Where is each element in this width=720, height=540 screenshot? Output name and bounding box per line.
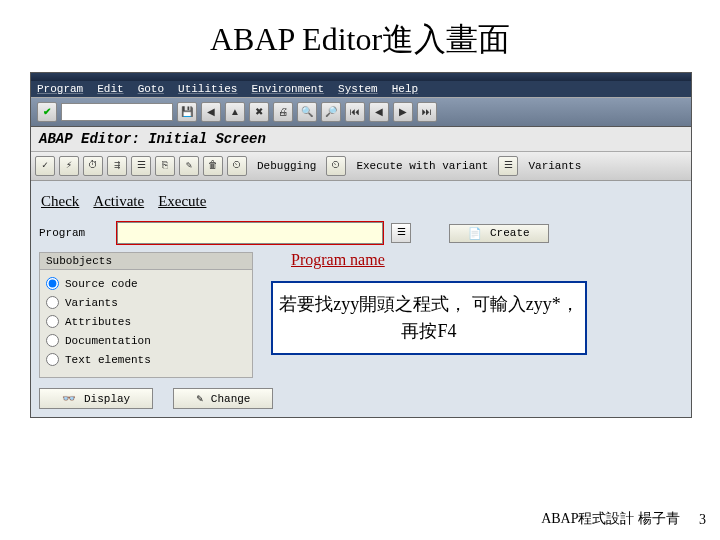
exec-variant-label[interactable]: Execute with variant	[350, 160, 494, 172]
exit-icon[interactable]: ▲	[225, 102, 245, 122]
radio-source-label: Source code	[65, 278, 138, 290]
copy-icon[interactable]: ⎘	[155, 156, 175, 176]
findnext-icon[interactable]: 🔎	[321, 102, 341, 122]
display-label: Display	[84, 393, 130, 405]
debug-icon[interactable]: ⏲	[227, 156, 247, 176]
menu-system[interactable]: System	[338, 83, 378, 95]
glasses-icon: 👓	[62, 392, 76, 405]
check-icon[interactable]: ✓	[35, 156, 55, 176]
radio-documentation[interactable]: Documentation	[46, 331, 246, 350]
screen-title: ABAP Editor: Initial Screen	[31, 127, 691, 152]
find-icon[interactable]: 🔍	[297, 102, 317, 122]
firstpage-icon[interactable]: ⏮	[345, 102, 365, 122]
sap-window: Program Edit Goto Utilities Environment …	[30, 72, 692, 418]
prevpage-icon[interactable]: ◀	[369, 102, 389, 122]
radio-text[interactable]: Text elements	[46, 350, 246, 369]
radio-documentation-input[interactable]	[46, 334, 59, 347]
annot-program-name: Program name	[291, 251, 385, 269]
back-icon[interactable]: ◀	[201, 102, 221, 122]
menu-edit[interactable]: Edit	[97, 83, 123, 95]
menu-program[interactable]: Program	[37, 83, 83, 95]
where-used-icon[interactable]: ⇶	[107, 156, 127, 176]
rename-icon[interactable]: ✎	[179, 156, 199, 176]
cancel-icon[interactable]: ✖	[249, 102, 269, 122]
radio-text-input[interactable]	[46, 353, 59, 366]
annot-activate: Activate	[93, 193, 144, 210]
radio-source-input[interactable]	[46, 277, 59, 290]
radio-attributes-input[interactable]	[46, 315, 59, 328]
debugging-label[interactable]: Debugging	[251, 160, 322, 172]
program-input[interactable]	[117, 222, 383, 244]
nextpage-icon[interactable]: ▶	[393, 102, 413, 122]
print-icon[interactable]: 🖨	[273, 102, 293, 122]
create-button[interactable]: 📄 Create	[449, 224, 549, 243]
slide-title: ABAP Editor進入畫面	[0, 0, 720, 72]
subobjects-group: Subobjects Source code Variants Attribut…	[39, 252, 253, 378]
annot-execute: Execute	[158, 193, 206, 210]
enter-icon[interactable]: ✔	[37, 102, 57, 122]
menu-environment[interactable]: Environment	[251, 83, 324, 95]
bottom-buttons: 👓 Display ✎ Change	[39, 388, 683, 409]
command-field[interactable]	[61, 103, 173, 121]
annot-check: Check	[41, 193, 79, 210]
radio-source[interactable]: Source code	[46, 274, 246, 293]
exec-variant-icon[interactable]: ⏲	[326, 156, 346, 176]
program-row: Program ☰ 📄 Create	[39, 222, 683, 244]
page-number: 3	[699, 512, 706, 528]
change-button[interactable]: ✎ Change	[173, 388, 273, 409]
create-icon: 📄	[468, 227, 482, 240]
change-label: Change	[211, 393, 251, 405]
menu-bar: Program Edit Goto Utilities Environment …	[31, 81, 691, 97]
body-area: Check Activate Execute Program ☰ 📄 Creat…	[31, 181, 691, 417]
variants-label[interactable]: Variants	[522, 160, 587, 172]
menu-help[interactable]: Help	[392, 83, 418, 95]
delete-icon[interactable]: 🗑	[203, 156, 223, 176]
save-icon[interactable]: 💾	[177, 102, 197, 122]
menu-utilities[interactable]: Utilities	[178, 83, 237, 95]
radio-attributes[interactable]: Attributes	[46, 312, 246, 331]
app-toolbar: ✓ ⚡ ⏱ ⇶ ☰ ⎘ ✎ 🗑 ⏲ Debugging ⏲ Execute wi…	[31, 152, 691, 181]
activate-icon[interactable]: ⚡	[59, 156, 79, 176]
f4-help-icon[interactable]: ☰	[391, 223, 411, 243]
display-button[interactable]: 👓 Display	[39, 388, 153, 409]
radio-variants-input[interactable]	[46, 296, 59, 309]
radio-variants-label: Variants	[65, 297, 118, 309]
menu-goto[interactable]: Goto	[138, 83, 164, 95]
pencil-icon: ✎	[196, 392, 203, 405]
lastpage-icon[interactable]: ⏭	[417, 102, 437, 122]
variants-icon[interactable]: ☰	[498, 156, 518, 176]
annotation-row: Check Activate Execute	[41, 193, 681, 210]
subobjects-header: Subobjects	[40, 253, 252, 270]
create-label: Create	[490, 227, 530, 239]
execute-icon[interactable]: ⏱	[83, 156, 103, 176]
hint-callout: 若要找zyy開頭之程式， 可輸入zyy*，再按F4	[271, 281, 587, 355]
footer-text: ABAP程式設計 楊子青	[541, 511, 680, 526]
standard-toolbar: ✔ 💾 ◀ ▲ ✖ 🖨 🔍 🔎 ⏮ ◀ ▶ ⏭	[31, 97, 691, 127]
slide-footer: ABAP程式設計 楊子青 3	[541, 510, 680, 528]
radio-text-label: Text elements	[65, 354, 151, 366]
radio-variants[interactable]: Variants	[46, 293, 246, 312]
radio-attributes-label: Attributes	[65, 316, 131, 328]
titlebar	[31, 73, 691, 81]
objlist-icon[interactable]: ☰	[131, 156, 151, 176]
program-label: Program	[39, 227, 109, 239]
radio-documentation-label: Documentation	[65, 335, 151, 347]
